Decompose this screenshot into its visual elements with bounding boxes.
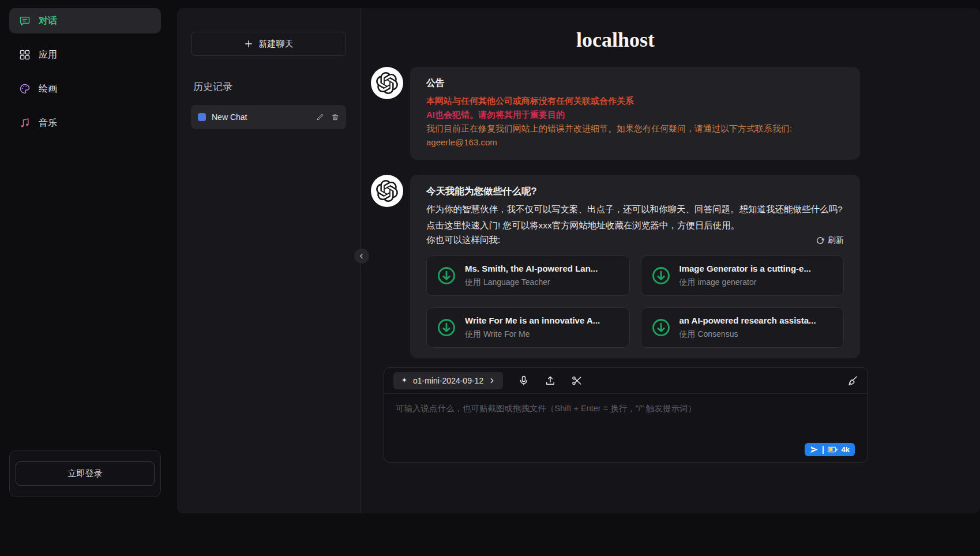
grid-icon bbox=[19, 49, 31, 61]
welcome-body: 作为你的智慧伙伴，我不仅可以写文案、出点子，还可以和你聊天、回答问题。想知道我还… bbox=[426, 201, 844, 233]
sidebar-item-label: 应用 bbox=[39, 49, 57, 61]
announcement-line-3: 我们目前正在修复我们网站上的错误并改进细节。如果您有任何疑问，请通过以下方式联系… bbox=[426, 122, 844, 136]
arrow-down-circle-icon bbox=[651, 317, 671, 338]
badge-divider bbox=[823, 446, 824, 454]
arrow-down-circle-icon bbox=[436, 317, 457, 338]
palette-icon bbox=[19, 83, 31, 95]
token-count: 4k bbox=[842, 445, 850, 454]
trash-icon[interactable] bbox=[331, 113, 339, 121]
suggestion-card[interactable]: Write For Me is an innovative A... 使用 Wr… bbox=[426, 307, 630, 348]
send-icon bbox=[810, 445, 818, 454]
suggestion-subtitle: 使用 Language Teacher bbox=[465, 277, 598, 288]
sidebar: 对话 应用 绘画 音乐 立即登录 bbox=[0, 8, 168, 513]
chat-bubble-icon bbox=[19, 15, 31, 27]
sidebar-item-chat[interactable]: 对话 bbox=[9, 8, 161, 33]
welcome-hint-row: 你也可以这样问我: 刷新 bbox=[426, 234, 844, 246]
suggestion-text: Write For Me is an innovative A... 使用 Wr… bbox=[465, 315, 600, 340]
suggestion-title: Ms. Smith, the AI-powered Lan... bbox=[465, 264, 598, 273]
battery-icon bbox=[828, 446, 838, 453]
openai-logo-icon bbox=[376, 180, 398, 202]
send-token-badge[interactable]: 4k bbox=[805, 443, 855, 456]
suggestion-title: an AI-powered research assista... bbox=[679, 315, 816, 325]
welcome-bubble: 今天我能为您做些什么呢? 作为你的智慧伙伴，我不仅可以写文案、出点子，还可以和你… bbox=[410, 175, 860, 358]
scissors-icon[interactable] bbox=[571, 375, 583, 386]
assistant-avatar bbox=[371, 175, 403, 207]
suggestion-subtitle: 使用 image generator bbox=[679, 277, 811, 288]
login-button[interactable]: 立即登录 bbox=[16, 461, 155, 486]
sidebar-item-apps[interactable]: 应用 bbox=[9, 42, 161, 67]
suggestion-title: Write For Me is an innovative A... bbox=[465, 315, 600, 325]
openai-logo-icon bbox=[376, 72, 398, 94]
suggestion-text: Image Generator is a cutting-e... 使用 ima… bbox=[679, 264, 811, 288]
collapse-sidebar-button[interactable] bbox=[354, 249, 369, 264]
refresh-suggestions-button[interactable]: 刷新 bbox=[816, 235, 844, 246]
composer-body: 4k bbox=[384, 394, 868, 462]
message-input[interactable] bbox=[384, 394, 868, 462]
new-chat-button[interactable]: 新建聊天 bbox=[191, 32, 346, 56]
composer: o1-mini-2024-09-12 4k bbox=[384, 367, 868, 463]
edit-icon[interactable] bbox=[316, 113, 324, 121]
new-chat-label: 新建聊天 bbox=[259, 39, 294, 50]
sidebar-item-drawing[interactable]: 绘画 bbox=[9, 76, 161, 102]
suggestion-text: Ms. Smith, the AI-powered Lan... 使用 Lang… bbox=[465, 264, 598, 288]
chat-item-actions bbox=[316, 113, 339, 121]
app-root: 对话 应用 绘画 音乐 立即登录 新建聊天 历史记录 bbox=[0, 8, 980, 513]
chevron-left-icon bbox=[358, 252, 366, 260]
arrow-down-circle-icon bbox=[651, 265, 671, 286]
suggestion-text: an AI-powered research assista... 使用 Con… bbox=[679, 315, 816, 340]
page-title: localhost bbox=[371, 28, 860, 52]
sidebar-nav: 对话 应用 绘画 音乐 bbox=[9, 8, 168, 136]
refresh-label: 刷新 bbox=[828, 235, 844, 246]
suggestion-card[interactable]: Ms. Smith, the AI-powered Lan... 使用 Lang… bbox=[426, 256, 630, 296]
suggestion-subtitle: 使用 Write For Me bbox=[465, 329, 600, 340]
model-selector[interactable]: o1-mini-2024-09-12 bbox=[393, 372, 503, 389]
plus-icon bbox=[244, 39, 253, 48]
suggestion-subtitle: 使用 Consensus bbox=[679, 329, 816, 340]
welcome-hint: 你也可以这样问我: bbox=[426, 234, 500, 246]
announcement-heading: 公告 bbox=[426, 77, 844, 89]
arrow-down-circle-icon bbox=[436, 265, 457, 286]
history-heading: 历史记录 bbox=[193, 80, 346, 93]
chat-list-panel: 新建聊天 历史记录 New Chat bbox=[177, 8, 361, 513]
refresh-icon bbox=[816, 236, 824, 245]
chat-main: localhost 公告 本网站与任何其他公司或商标没有任何关联或合作关系 AI… bbox=[361, 8, 980, 513]
clear-context-broom-icon[interactable] bbox=[847, 375, 858, 386]
sidebar-item-label: 对话 bbox=[39, 15, 57, 27]
microphone-icon[interactable] bbox=[518, 375, 530, 386]
sidebar-item-music[interactable]: 音乐 bbox=[9, 110, 161, 136]
message-announcement: 公告 本网站与任何其他公司或商标没有任何关联或合作关系 AI也会犯错。请勿将其用… bbox=[371, 67, 860, 160]
contact-email-link[interactable]: ageerle@163.com bbox=[426, 136, 497, 149]
composer-toolbar: o1-mini-2024-09-12 bbox=[384, 368, 868, 394]
sparkle-icon bbox=[400, 377, 408, 385]
chevron-right-icon bbox=[488, 377, 496, 385]
assistant-avatar bbox=[371, 67, 403, 99]
sidebar-item-label: 绘画 bbox=[39, 83, 57, 95]
chat-list-item[interactable]: New Chat bbox=[191, 105, 346, 129]
suggestion-title: Image Generator is a cutting-e... bbox=[679, 264, 811, 273]
suggestion-card[interactable]: an AI-powered research assista... 使用 Con… bbox=[641, 307, 844, 348]
announcement-line-2: AI也会犯错。请勿将其用于重要目的 bbox=[426, 108, 844, 122]
announcement-bubble: 公告 本网站与任何其他公司或商标没有任何关联或合作关系 AI也会犯错。请勿将其用… bbox=[410, 67, 860, 160]
chat-item-icon bbox=[198, 113, 206, 121]
upload-icon[interactable] bbox=[545, 375, 556, 386]
message-welcome: 今天我能为您做些什么呢? 作为你的智慧伙伴，我不仅可以写文案、出点子，还可以和你… bbox=[371, 175, 860, 358]
announcement-line-1: 本网站与任何其他公司或商标没有任何关联或合作关系 bbox=[426, 94, 844, 108]
sidebar-item-label: 音乐 bbox=[39, 117, 57, 129]
chat-content: localhost 公告 本网站与任何其他公司或商标没有任何关联或合作关系 AI… bbox=[371, 28, 860, 463]
chat-item-title: New Chat bbox=[212, 112, 310, 122]
suggestion-grid: Ms. Smith, the AI-powered Lan... 使用 Lang… bbox=[426, 256, 844, 348]
music-note-icon bbox=[19, 117, 31, 129]
login-box: 立即登录 bbox=[9, 450, 161, 497]
welcome-heading: 今天我能为您做些什么呢? bbox=[426, 185, 844, 198]
model-name: o1-mini-2024-09-12 bbox=[413, 376, 483, 385]
suggestion-card[interactable]: Image Generator is a cutting-e... 使用 ima… bbox=[641, 256, 844, 296]
